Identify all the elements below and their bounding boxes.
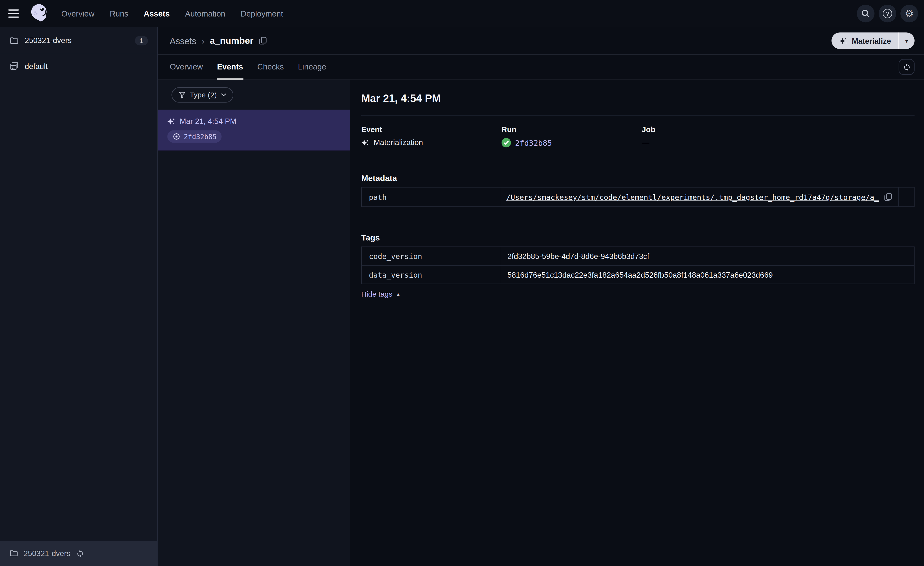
run-id-chip[interactable]: 2fd32b85 xyxy=(167,130,222,143)
event-detail-title: Mar 21, 4:54 PM xyxy=(361,93,915,105)
tag-key: data_version xyxy=(362,266,500,284)
help-button[interactable]: ? xyxy=(879,5,896,23)
caret-down-icon: ▾ xyxy=(905,38,908,44)
type-filter-label: Type (2) xyxy=(190,91,217,99)
run-column: Run 2fd32b85 xyxy=(502,125,642,148)
hide-tags-link[interactable]: Hide tags ▲ xyxy=(361,290,400,298)
primary-nav: Overview Runs Assets Automation Deployme… xyxy=(61,9,283,18)
page-header: Assets › a_number xyxy=(158,27,924,55)
dagster-app: Overview Runs Assets Automation Deployme… xyxy=(0,0,924,566)
filter-funnel-icon xyxy=(178,91,186,98)
sync-icon xyxy=(902,63,910,71)
metadata-key: path xyxy=(362,188,500,206)
event-list-item[interactable]: Mar 21, 4:54 PM 2fd32b85 xyxy=(158,110,350,151)
materialize-dropdown-button[interactable]: ▾ xyxy=(899,33,915,49)
chevron-down-icon xyxy=(221,93,226,97)
triangle-up-icon: ▲ xyxy=(396,292,400,297)
materialize-split-button: Materialize ▾ xyxy=(831,33,915,49)
materialization-sparkle-icon xyxy=(167,117,176,125)
tab-lineage[interactable]: Lineage xyxy=(298,55,326,79)
chevron-right-icon: › xyxy=(201,36,204,46)
nav-link-overview[interactable]: Overview xyxy=(61,9,94,18)
sync-icon xyxy=(76,549,84,557)
sidebar-item-label: default xyxy=(25,62,148,71)
run-chip-label: 2fd32b85 xyxy=(184,132,216,141)
event-summary-columns: Event Materialization xyxy=(361,125,915,148)
sparkle-icon xyxy=(839,36,848,45)
tab-checks[interactable]: Checks xyxy=(257,55,284,79)
table-row: code_version 2fd32b85-59be-4d7d-8d6e-943… xyxy=(362,247,914,265)
job-column: Job — xyxy=(642,125,782,148)
copy-asset-key-button[interactable] xyxy=(259,36,267,45)
asset-count-badge: 1 xyxy=(135,36,148,45)
table-row: path /Users/smackesey/stm/code/elementl/… xyxy=(362,188,914,206)
tags-heading: Tags xyxy=(361,233,915,242)
help-icon: ? xyxy=(883,9,892,18)
code-location-footer[interactable]: 250321-dvers xyxy=(0,541,158,566)
tag-key: code_version xyxy=(362,247,500,265)
search-button[interactable] xyxy=(857,5,874,23)
breadcrumb: Assets › a_number xyxy=(170,35,267,46)
search-icon xyxy=(861,9,870,18)
nav-link-assets[interactable]: Assets xyxy=(144,9,170,18)
nav-link-deployment[interactable]: Deployment xyxy=(241,9,283,18)
asset-groups-sidebar: 250321-dvers 1 default xyxy=(0,27,158,566)
hamburger-menu-button[interactable] xyxy=(8,5,25,22)
event-timestamp: Mar 21, 4:54 PM xyxy=(180,117,236,126)
materialize-button[interactable]: Materialize xyxy=(831,33,898,49)
divider xyxy=(361,115,915,115)
code-location-label: 250321-dvers xyxy=(24,549,70,558)
events-list-panel: Type (2) xyxy=(158,80,350,566)
asset-group-icon xyxy=(9,61,19,71)
nav-link-runs[interactable]: Runs xyxy=(110,9,128,18)
sidebar-item-default[interactable]: default xyxy=(0,54,158,78)
event-column-label: Event xyxy=(361,125,502,134)
copy-icon xyxy=(884,193,892,201)
run-column-label: Run xyxy=(502,125,642,134)
sidebar-item-group[interactable]: 250321-dvers 1 xyxy=(0,27,158,54)
job-value: — xyxy=(642,138,650,147)
tab-events[interactable]: Events xyxy=(217,55,243,79)
top-nav: Overview Runs Assets Automation Deployme… xyxy=(0,0,924,27)
table-row: data_version 5816d76e51c13dac22e3fa182a6… xyxy=(362,265,914,283)
asset-detail-main: Assets › a_number xyxy=(158,27,924,566)
tag-value: 2fd32b85-59be-4d7d-8d6e-943b6b3d73cf xyxy=(500,247,914,265)
folder-icon xyxy=(9,549,18,558)
gear-icon: ⚙ xyxy=(905,9,914,18)
breadcrumb-assets-link[interactable]: Assets xyxy=(170,36,196,46)
copy-icon xyxy=(259,36,267,45)
tag-value: 5816d76e51c13dac22e3fa182a654aa2d526fb50… xyxy=(500,266,914,284)
events-filter-row: Type (2) xyxy=(158,80,350,110)
tags-table: code_version 2fd32b85-59be-4d7d-8d6e-943… xyxy=(361,247,915,284)
dagster-logo-icon[interactable] xyxy=(28,2,51,25)
run-success-icon xyxy=(502,138,511,148)
metadata-heading: Metadata xyxy=(361,173,915,183)
asset-tabs: Overview Events Checks Lineage xyxy=(158,55,924,80)
settings-button[interactable]: ⚙ xyxy=(900,5,918,23)
type-filter-button[interactable]: Type (2) xyxy=(171,87,233,102)
sidebar-spacer xyxy=(0,78,158,540)
event-type-value: Materialization xyxy=(374,138,423,147)
event-detail-panel: Mar 21, 4:54 PM Event xyxy=(350,80,924,566)
materialization-sparkle-icon xyxy=(361,138,369,146)
materialize-label: Materialize xyxy=(852,36,891,45)
table-cell-spacer xyxy=(899,188,914,206)
folder-icon xyxy=(9,36,19,45)
run-status-icon xyxy=(172,132,180,140)
sidebar-group-label: 250321-dvers xyxy=(25,36,129,45)
refresh-button[interactable] xyxy=(899,59,915,75)
tab-overview[interactable]: Overview xyxy=(170,55,203,79)
tabs-spacer xyxy=(326,55,899,79)
job-column-label: Job xyxy=(642,125,782,134)
metadata-path-link[interactable]: /Users/smackesey/stm/code/elementl/exper… xyxy=(506,193,879,202)
page-title: a_number xyxy=(210,35,254,46)
event-column: Event Materialization xyxy=(361,125,502,148)
metadata-table: path /Users/smackesey/stm/code/elementl/… xyxy=(361,187,915,207)
copy-path-button[interactable] xyxy=(884,193,892,201)
run-id-link[interactable]: 2fd32b85 xyxy=(515,138,552,147)
hide-tags-label: Hide tags xyxy=(361,290,392,298)
nav-link-automation[interactable]: Automation xyxy=(185,9,225,18)
